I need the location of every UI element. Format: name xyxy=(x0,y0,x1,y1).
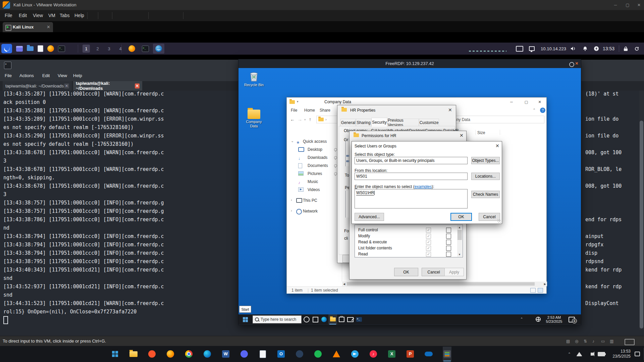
network-globe-icon[interactable] xyxy=(536,317,541,322)
menu-vm[interactable]: VM xyxy=(48,13,55,18)
host-show-hidden-icons[interactable]: ⌃ xyxy=(568,346,571,362)
terminal-menu-actions[interactable]: Actions xyxy=(19,73,34,78)
sidebar-item-pictures[interactable]: Pictures xyxy=(287,170,342,178)
terminal-menu-file[interactable]: File xyxy=(5,73,12,78)
sidebar-item-this-pc[interactable]: ›This PC xyxy=(287,196,342,204)
host-app-telegram[interactable] xyxy=(351,347,359,361)
scroll-down-icon[interactable]: ▼ xyxy=(458,253,461,256)
sidebar-item-network[interactable]: ›Network xyxy=(287,207,342,215)
host-app-notepad[interactable] xyxy=(258,347,267,361)
select-users-close-icon[interactable]: ✕ xyxy=(495,143,499,148)
host-clock[interactable]: 13:53 23/5/2025 xyxy=(613,346,631,362)
ribbon-tab-file[interactable]: File xyxy=(291,108,297,113)
examples-link[interactable]: examples xyxy=(415,184,432,189)
object-type-field[interactable]: Users, Groups, or Built-in security prin… xyxy=(355,157,468,164)
deny-checkbox[interactable] xyxy=(446,234,451,239)
sound-status-icon[interactable]: ♪ xyxy=(592,339,594,344)
display-icon[interactable] xyxy=(516,43,523,55)
recent-locations-icon[interactable]: ▾ xyxy=(304,118,306,121)
edge-taskbar-icon[interactable] xyxy=(320,314,328,324)
back-icon[interactable]: ← xyxy=(290,117,295,122)
allow-checkbox[interactable] xyxy=(426,228,431,233)
sidebar-item-quick-access[interactable]: ⌄Quick access xyxy=(287,137,342,145)
workspace-1[interactable]: 1 xyxy=(83,45,90,53)
usb-status-icon[interactable]: ▭ xyxy=(601,339,605,344)
tab-previous-versions[interactable]: Previous Versions xyxy=(387,119,419,126)
deny-checkbox[interactable] xyxy=(446,240,451,245)
host-app-music[interactable] xyxy=(369,347,378,361)
permissions-apply-button[interactable]: Apply xyxy=(444,268,464,276)
show-hidden-icons[interactable]: ⌃ xyxy=(520,317,523,321)
host-app-steam[interactable] xyxy=(295,347,304,361)
object-names-input[interactable]: WS01\HR xyxy=(355,189,468,208)
taskbar-search-input[interactable]: Type here to search xyxy=(253,315,302,323)
task-view-taskbar-icon[interactable] xyxy=(311,314,320,324)
host-notification-icon[interactable] xyxy=(635,346,640,362)
printer-status-icon[interactable]: ▥ xyxy=(610,339,613,344)
details-view-icon[interactable] xyxy=(530,288,536,293)
menu-view[interactable]: View xyxy=(33,13,43,18)
terminal-tab-1[interactable]: tapiwamla@kali: ~/Downloads ✕ xyxy=(3,81,72,90)
vm-tab-kali[interactable]: Kali Linux ✕ xyxy=(3,22,53,32)
sidebar-item-desktop[interactable]: Desktop xyxy=(287,145,342,154)
thumbnail-view-icon[interactable] xyxy=(538,288,543,293)
advanced-button[interactable]: Advanced... xyxy=(355,213,384,221)
firefox-launcher-icon[interactable] xyxy=(47,45,54,52)
chevron-right-icon[interactable]: › xyxy=(291,198,292,202)
wifi-icon[interactable] xyxy=(576,346,582,362)
check-names-button[interactable]: Check Names xyxy=(471,191,500,198)
host-app-chrome[interactable] xyxy=(184,347,193,361)
sidebar-item-music[interactable]: Music xyxy=(287,178,342,186)
host-app-brave[interactable] xyxy=(148,347,156,361)
location-field[interactable]: WS01 xyxy=(355,173,468,180)
help-icon[interactable]: ? xyxy=(540,108,545,113)
freerdp-window[interactable]: FreeRDP: 10.129.237.42 × Recycle Bin Com… xyxy=(238,59,581,325)
menu-tabs[interactable]: Tabs xyxy=(60,13,70,18)
host-app-excel[interactable] xyxy=(387,347,396,361)
scroll-right-icon[interactable]: ▶ xyxy=(544,283,546,286)
maximize-button[interactable]: ▢ xyxy=(623,1,633,9)
terminal-menu-view[interactable]: View xyxy=(58,73,67,78)
ribbon-tab-home[interactable]: Home xyxy=(304,108,315,113)
scroll-up-icon[interactable]: ▲ xyxy=(458,226,461,229)
chevron-right-icon[interactable]: › xyxy=(291,208,292,213)
host-app-discord[interactable] xyxy=(240,347,249,361)
file-manager-launcher-icon[interactable] xyxy=(27,46,34,51)
network-status-icon[interactable]: ⇅ xyxy=(584,339,587,344)
volume-icon[interactable] xyxy=(571,43,576,55)
hdd-status-icon[interactable]: ▤ xyxy=(566,339,570,344)
vm-tab-close-icon[interactable]: ✕ xyxy=(47,24,50,29)
allow-checkbox[interactable] xyxy=(426,240,431,245)
freerdp-restore-icon[interactable] xyxy=(569,62,574,67)
sidebar-item-documents[interactable]: Documents xyxy=(287,162,342,170)
tab-close-icon[interactable]: ✕ xyxy=(135,83,140,88)
locations-button[interactable]: Locations... xyxy=(471,173,500,180)
workspace-4[interactable]: 4 xyxy=(117,45,124,53)
up-icon[interactable]: ↑ xyxy=(309,117,311,122)
host-app-start[interactable] xyxy=(111,347,119,361)
workspace-3[interactable]: 3 xyxy=(105,45,113,53)
host-app-file-explorer[interactable] xyxy=(129,347,138,361)
resize-grip[interactable] xyxy=(497,219,501,223)
taskbar-clock[interactable]: 2:53 AM 5/23/2025 xyxy=(543,315,565,323)
close-button[interactable]: ✕ xyxy=(634,1,644,9)
kali-menu-icon[interactable] xyxy=(1,44,12,53)
store-taskbar-icon[interactable] xyxy=(337,314,346,324)
host-app-powerpoint[interactable] xyxy=(406,347,415,361)
terminal-menu-help[interactable]: Help xyxy=(73,73,82,78)
scroll-left-icon[interactable]: ◀ xyxy=(343,283,345,286)
deny-checkbox[interactable] xyxy=(446,252,451,257)
quick-access-toolbar-icon[interactable]: ▾ xyxy=(297,100,299,103)
virtual-keyboard-icon[interactable] xyxy=(625,339,635,345)
cortana-taskbar-icon[interactable] xyxy=(302,314,311,324)
notifications-bell-icon[interactable] xyxy=(583,43,588,55)
host-app-spotify[interactable] xyxy=(314,347,322,361)
sidebar-item-videos[interactable]: Videos xyxy=(287,186,342,194)
tab-security[interactable]: Security xyxy=(371,118,387,127)
desktop-icon-recycle-bin[interactable]: Recycle Bin xyxy=(243,70,265,87)
terminal-scrollbar[interactable] xyxy=(639,90,644,330)
battery-icon[interactable] xyxy=(598,346,605,362)
forward-icon[interactable]: → xyxy=(298,117,302,122)
host-app-vlc[interactable] xyxy=(332,347,341,361)
host-app-edge[interactable] xyxy=(203,347,212,361)
